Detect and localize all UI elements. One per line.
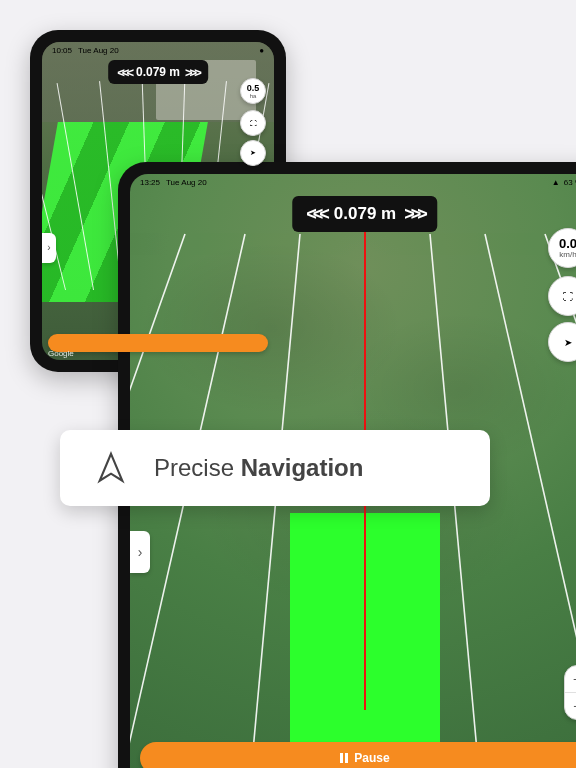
callout-prefix: Precise — [154, 454, 241, 481]
zoom-in-button[interactable]: + — [565, 666, 576, 692]
callout-bold: Navigation — [241, 454, 364, 481]
pause-label: Pause — [354, 751, 389, 765]
wifi-icon: ▲ — [552, 178, 560, 187]
speed-value: 0.5 — [247, 84, 260, 93]
pause-icon — [340, 753, 348, 763]
deviation-indicator: <<< 0.079 m >>> — [292, 196, 437, 232]
status-date: Tue Aug 20 — [166, 178, 207, 187]
speed-indicator[interactable]: 0.5 ha — [240, 78, 266, 104]
speed-unit: km/h — [559, 250, 576, 259]
status-bar-back: 10:05 Tue Aug 20 ● — [42, 42, 274, 58]
fit-icon: ⛶ — [563, 291, 573, 302]
zoom-out-button[interactable]: − — [565, 693, 576, 719]
locate-icon: ➤ — [250, 149, 256, 157]
deviation-value: 0.079 m — [334, 204, 396, 224]
map-attribution: Google — [48, 349, 74, 358]
fit-view-button[interactable]: ⛶ — [240, 110, 266, 136]
pause-button[interactable] — [48, 334, 268, 352]
speed-unit: ha — [250, 93, 257, 99]
chevron-right-icon: >>> — [185, 66, 199, 79]
deviation-indicator: <<< 0.079 m >>> — [108, 60, 208, 84]
status-time: 10:05 — [52, 46, 72, 55]
pause-button[interactable]: Pause — [140, 742, 576, 768]
deviation-value: 0.079 m — [136, 65, 180, 79]
navigation-arrow-icon — [94, 451, 128, 485]
status-bar-front: 13:25 Tue Aug 20 ▲ 63 % ▮ — [130, 174, 576, 190]
status-date: Tue Aug 20 — [78, 46, 119, 55]
callout-text: Precise Navigation — [154, 454, 363, 482]
zoom-control: + − — [564, 665, 576, 720]
locate-icon: ➤ — [564, 337, 572, 348]
side-panel-toggle[interactable]: › — [130, 531, 150, 573]
speed-value: 0.0 — [559, 237, 576, 250]
side-panel-toggle[interactable]: › — [42, 233, 56, 263]
chevron-right-icon: › — [138, 544, 143, 560]
chevron-left-icon: <<< — [306, 205, 326, 223]
chevron-right-icon: › — [47, 242, 50, 253]
wifi-icon: ● — [259, 46, 264, 55]
status-time: 13:25 — [140, 178, 160, 187]
chevron-right-icon: >>> — [404, 205, 424, 223]
feature-callout: Precise Navigation — [60, 430, 490, 506]
fit-icon: ⛶ — [250, 120, 257, 127]
locate-button[interactable]: ➤ — [240, 140, 266, 166]
chevron-left-icon: <<< — [117, 66, 131, 79]
status-battery: 63 % — [564, 178, 576, 187]
